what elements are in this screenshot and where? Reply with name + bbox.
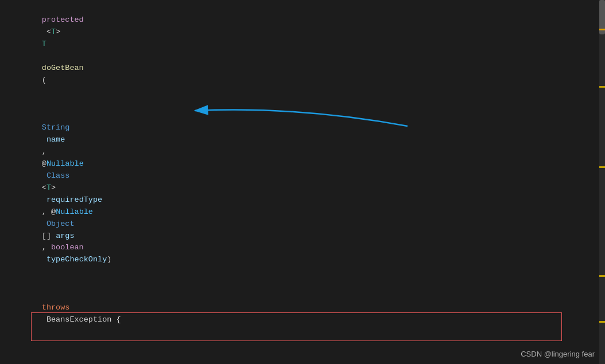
code-line-4 xyxy=(0,338,605,351)
code-editor: protected <T> T doGetBean ( String name … xyxy=(0,0,605,364)
code-line-2: String name , @Nullable Class <T> requir… xyxy=(0,98,605,278)
watermark: CSDN @lingering fear xyxy=(521,350,595,358)
scrollbar-mark-2 xyxy=(599,86,605,88)
scrollbar-mark-3 xyxy=(599,166,605,168)
scrollbar[interactable] xyxy=(599,0,605,364)
scrollbar-mark-4 xyxy=(599,275,605,277)
scrollbar-mark-5 xyxy=(599,321,605,323)
scrollbar-mark-1 xyxy=(599,29,605,30)
code-line-1: protected <T> T doGetBean ( xyxy=(0,2,605,98)
code-line-3: throws BeansException { xyxy=(0,278,605,338)
code-line-5: // name有可能是 &xxx 或者 xxx, 如果name是&xxx, 那么… xyxy=(0,351,605,364)
watermark-text: CSDN @lingering fear xyxy=(521,350,595,358)
code-content: protected <T> T doGetBean ( String name … xyxy=(0,0,605,364)
